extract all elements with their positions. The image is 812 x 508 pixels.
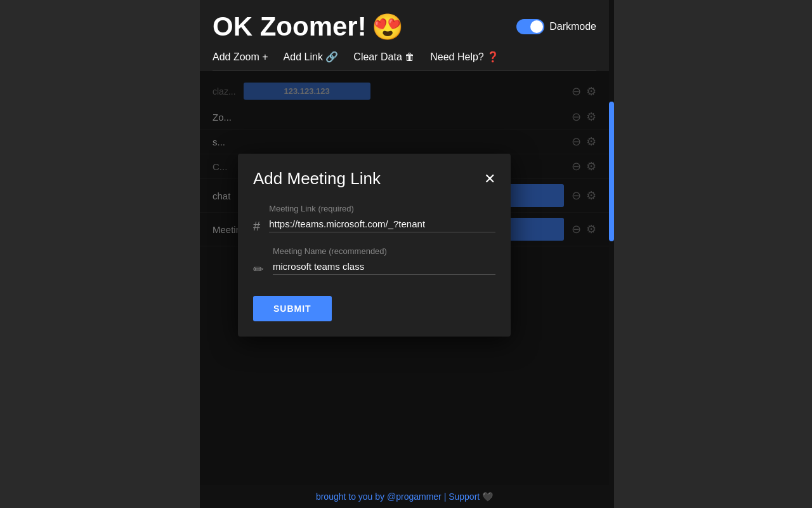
footer: brought to you by @progammer | Support 🖤: [200, 485, 609, 508]
hash-icon: #: [253, 219, 260, 234]
nav-bar: Add Zoom + Add Link 🔗 Clear Data 🗑 Need …: [213, 51, 596, 71]
meeting-name-input[interactable]: [273, 258, 495, 275]
content: claz... 123.123.123 ⊖ ⚙ Zo... ⊖ ⚙ s... ⊖…: [200, 71, 609, 485]
meeting-link-label: Meeting Link (required): [269, 204, 495, 213]
meeting-name-group: Meeting Name (recommended): [273, 246, 495, 275]
app-emoji: 😍: [372, 12, 403, 42]
main-area: OK Zoomer! 😍 Darkmode Add Zoom + Add Lin…: [200, 0, 609, 508]
modal-overlay: Add Meeting Link ✕ # Meeting Link (requi…: [200, 71, 609, 485]
toggle-knob: [530, 20, 543, 33]
meeting-name-field: ✏ Meeting Name (recommended): [253, 246, 495, 277]
darkmode-toggle[interactable]: Darkmode: [516, 19, 596, 34]
left-panel: [0, 0, 200, 508]
modal-close-button[interactable]: ✕: [484, 172, 495, 186]
add-meeting-link-modal: Add Meeting Link ✕ # Meeting Link (requi…: [238, 154, 511, 337]
scrollbar[interactable]: [609, 0, 614, 508]
header: OK Zoomer! 😍 Darkmode Add Zoom + Add Lin…: [200, 0, 609, 71]
modal-header: Add Meeting Link ✕: [253, 169, 495, 189]
meeting-link-input[interactable]: [269, 216, 495, 232]
submit-button[interactable]: SUBMIT: [253, 296, 332, 321]
add-link-button[interactable]: Add Link 🔗: [284, 51, 339, 63]
add-zoom-button[interactable]: Add Zoom +: [213, 51, 268, 63]
pencil-icon: ✏: [253, 262, 264, 277]
meeting-name-label: Meeting Name (recommended): [273, 246, 495, 256]
app-title: OK Zoomer! 😍: [213, 11, 403, 42]
need-help-button[interactable]: Need Help? ❓: [430, 51, 499, 63]
meeting-link-group: Meeting Link (required): [269, 204, 495, 232]
header-top: OK Zoomer! 😍 Darkmode: [213, 11, 596, 42]
toggle-switch[interactable]: [516, 19, 544, 34]
app-title-text: OK Zoomer!: [213, 11, 367, 42]
right-panel: [614, 0, 812, 508]
scrollbar-thumb[interactable]: [609, 102, 614, 241]
footer-text: brought to you by @progammer | Support 🖤: [316, 491, 493, 502]
clear-data-button[interactable]: Clear Data 🗑: [353, 51, 415, 63]
meeting-link-field: # Meeting Link (required): [253, 204, 495, 234]
modal-title: Add Meeting Link: [253, 169, 381, 189]
darkmode-label: Darkmode: [549, 21, 596, 32]
